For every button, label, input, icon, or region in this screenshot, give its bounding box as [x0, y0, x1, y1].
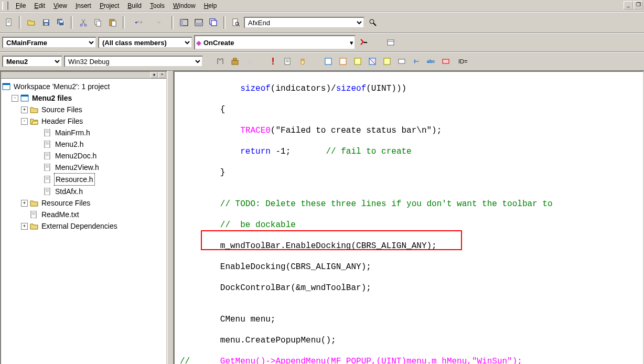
tree-readme[interactable]: ReadMe.txt	[2, 209, 165, 220]
go-button[interactable]: !	[266, 55, 280, 68]
menu-bar: File Edit View Insert Project Build Tool…	[0, 0, 644, 12]
menu-insert[interactable]: Insert	[71, 1, 95, 10]
mdi-window-controls: _ ❐	[624, 1, 643, 9]
svg-rect-27	[285, 58, 290, 65]
class-combo[interactable]: CMainFrame	[2, 37, 96, 48]
tree-file[interactable]: Menu2Doc.h	[2, 150, 165, 162]
menu-window[interactable]: Window	[169, 1, 200, 10]
new-text-button[interactable]	[2, 16, 15, 29]
tree-file[interactable]: Menu2.h	[2, 138, 165, 150]
actions-button[interactable]	[357, 36, 370, 49]
svg-rect-22	[364, 42, 367, 43]
svg-rect-12	[112, 21, 116, 26]
tree-workspace[interactable]: Workspace 'Menu2': 1 project	[2, 81, 165, 92]
menu-project[interactable]: Project	[95, 1, 123, 10]
svg-rect-10	[96, 21, 101, 26]
svg-rect-16	[195, 23, 202, 26]
svg-point-8	[84, 24, 87, 26]
panel-close-button[interactable]: ×	[158, 72, 166, 78]
filter-combo[interactable]: (All class members)	[98, 37, 192, 48]
paste-button[interactable]	[106, 16, 119, 29]
hand-button[interactable]	[296, 55, 309, 68]
new-class-button[interactable]	[384, 36, 397, 49]
tree-file[interactable]: MainFrm.h	[2, 127, 165, 138]
tb-btn-b[interactable]	[336, 55, 349, 68]
tree-source-folder[interactable]: +Source Files	[2, 104, 165, 115]
file-tree: Workspace 'Menu2': 1 project -Menu2 file…	[1, 79, 166, 234]
menu-help[interactable]: Help	[200, 1, 221, 10]
output-button[interactable]	[192, 16, 205, 29]
svg-rect-18	[211, 20, 217, 26]
workspace-button[interactable]	[177, 16, 190, 29]
tb-btn-i[interactable]	[439, 55, 452, 68]
menu-build[interactable]: Build	[123, 1, 146, 10]
tb-btn-f[interactable]	[395, 55, 408, 68]
expand-icon[interactable]: +	[21, 223, 28, 230]
tree-file[interactable]: StdAfx.h	[2, 186, 165, 197]
svg-rect-26	[247, 60, 252, 65]
standard-toolbar: AfxEnd	[0, 12, 644, 33]
find-button[interactable]	[366, 16, 379, 29]
insert-breakpoint-button[interactable]	[281, 55, 294, 68]
tb-btn-c[interactable]	[351, 55, 364, 68]
svg-rect-34	[443, 59, 449, 63]
find-in-files-button[interactable]	[229, 16, 242, 29]
menu-view[interactable]: View	[49, 1, 71, 10]
config-combo[interactable]: Win32 Debug	[64, 56, 203, 67]
svg-rect-29	[340, 58, 346, 65]
expand-icon[interactable]: +	[21, 200, 28, 207]
tb-btn-d[interactable]	[366, 55, 379, 68]
build-toolbar: Menu2 Win32 Debug ! abc ID=	[0, 52, 644, 71]
svg-rect-38	[21, 95, 28, 97]
svg-rect-36	[3, 83, 10, 85]
tree-resource-folder[interactable]: +Resource Files	[2, 197, 165, 209]
menu-file[interactable]: File	[12, 1, 30, 10]
tree-header-folder[interactable]: -Header Files	[2, 115, 165, 127]
tree-ext-deps[interactable]: +External Dependencies	[2, 220, 165, 232]
svg-rect-32	[384, 58, 390, 65]
svg-rect-23	[388, 40, 394, 45]
main-area: ▴ × Workspace 'Menu2': 1 project -Menu2 …	[0, 71, 644, 364]
minimize-button[interactable]: _	[624, 1, 633, 9]
copy-button[interactable]	[91, 16, 104, 29]
tb-btn-h[interactable]: abc	[424, 55, 437, 68]
project-combo[interactable]: Menu2	[2, 56, 62, 67]
svg-rect-25	[233, 58, 237, 60]
tree-project[interactable]: -Menu2 files	[2, 92, 165, 104]
restore-button[interactable]: ❐	[634, 1, 643, 9]
tree-file-selected[interactable]: Resource.h	[2, 173, 165, 186]
compile-button[interactable]	[213, 55, 227, 68]
svg-rect-3	[45, 23, 48, 25]
tb-btn-g[interactable]	[410, 55, 423, 68]
svg-rect-30	[355, 58, 361, 65]
build-button[interactable]	[228, 55, 241, 68]
wizard-bar: CMainFrame (All class members) ◆OnCreate…	[0, 33, 644, 52]
tb-btn-e[interactable]	[380, 55, 393, 68]
id-label: ID=	[458, 58, 467, 65]
panel-up-button[interactable]: ▴	[151, 72, 158, 78]
menu-edit[interactable]: Edit	[30, 1, 49, 10]
find-combo[interactable]: AfxEnd	[244, 17, 364, 28]
expand-icon[interactable]: +	[21, 106, 28, 113]
member-icon: ◆	[196, 39, 201, 47]
collapse-icon[interactable]: -	[12, 95, 18, 102]
splitter[interactable]	[167, 71, 174, 364]
save-all-button[interactable]	[54, 16, 67, 29]
stop-build-button[interactable]	[243, 55, 256, 68]
collapse-icon[interactable]: -	[21, 118, 28, 125]
cut-button[interactable]	[77, 16, 90, 29]
tb-btn-a[interactable]	[321, 55, 335, 68]
member-combo[interactable]: ◆OnCreate▾	[194, 35, 356, 50]
save-button[interactable]	[39, 16, 52, 29]
window-list-button[interactable]	[207, 16, 220, 29]
tree-file[interactable]: Menu2View.h	[2, 162, 165, 173]
svg-rect-24	[232, 60, 238, 65]
menu-tools[interactable]: Tools	[146, 1, 169, 10]
svg-rect-6	[60, 21, 63, 23]
workspace-panel: ▴ × Workspace 'Menu2': 1 project -Menu2 …	[0, 71, 167, 364]
open-button[interactable]	[25, 16, 38, 29]
undo-button[interactable]	[128, 16, 147, 29]
svg-rect-28	[325, 58, 331, 65]
code-editor[interactable]: sizeof(indicators)/sizeof(UINT))) { TRAC…	[174, 71, 644, 364]
redo-button[interactable]	[149, 16, 168, 29]
